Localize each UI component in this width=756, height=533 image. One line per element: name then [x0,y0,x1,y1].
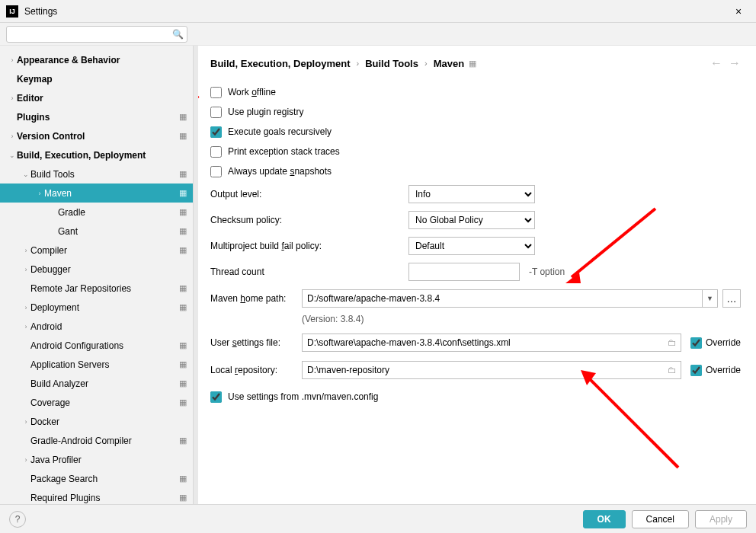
tree-item-remote-jar-repositories[interactable]: Remote Jar Repositories▦ [0,279,193,298]
maven-home-dropdown[interactable]: ▼ [703,289,718,308]
user-settings-input[interactable] [302,334,681,352]
use-mvn-config-label[interactable]: Use settings from .mvn/maven.config [228,391,378,402]
checksum-select[interactable]: No Global Policy [408,211,535,229]
tree-item-label: Gradle-Android Compiler [30,436,179,446]
tree-item-gradle[interactable]: Gradle▦ [0,203,193,222]
scope-icon: ▦ [179,169,187,179]
tree-item-gant[interactable]: Gant▦ [0,222,193,241]
chevron-right-icon: › [356,59,359,68]
scope-icon: ▦ [179,359,187,369]
titlebar: IJ Settings × [0,0,756,23]
user-settings-label[interactable]: User settings file: [210,337,302,348]
tree-item-build-execution-deployment[interactable]: ⌄Build, Execution, Deployment [0,145,193,164]
nav-forward-icon[interactable]: → [729,56,741,70]
tree-item-keymap[interactable]: Keymap [0,69,193,88]
window-title: Settings [24,6,727,17]
help-button[interactable]: ? [9,511,26,528]
maven-home-input[interactable] [302,289,703,308]
tree-item-label: Deployment [30,302,179,313]
override-label[interactable]: Override [706,365,741,375]
tree-item-label: Build Tools [30,169,179,180]
update-snapshots-label[interactable]: Always update snapshots [228,166,332,177]
output-level-select[interactable]: Info [408,185,535,203]
expand-icon[interactable]: ⌄ [8,152,17,159]
tree-item-version-control[interactable]: ›Version Control▦ [0,126,193,145]
scope-icon: ▦ [179,397,187,407]
breadcrumb-b[interactable]: Build Tools [365,58,418,69]
tree-item-label: Android [30,321,187,332]
tree-item-label: Remote Jar Repositories [30,283,179,294]
breadcrumb-c[interactable]: Maven [434,58,464,69]
scope-icon: ▦ [179,112,187,122]
execute-recursive-label[interactable]: Execute goals recursively [228,126,332,137]
tree-item-label: Build, Execution, Deployment [17,150,187,161]
maven-version-note: (Version: 3.8.4) [210,314,741,324]
expand-icon[interactable]: › [21,456,30,464]
user-settings-override-checkbox[interactable] [690,337,702,349]
expand-icon[interactable]: › [21,304,30,311]
maven-home-browse-button[interactable]: … [722,289,741,308]
fail-policy-select[interactable]: Default [408,237,535,255]
tree-item-build-tools[interactable]: ⌄Build Tools▦ [0,164,193,184]
fail-policy-label[interactable]: Multiproject build fail policy: [210,241,408,251]
tree-item-compiler[interactable]: ›Compiler▦ [0,241,193,260]
tree-item-application-servers[interactable]: Application Servers▦ [0,355,193,374]
tree-item-maven[interactable]: ›Maven▦ [0,184,193,203]
work-offline-label[interactable]: Work offline [228,87,276,97]
tree-item-java-profiler[interactable]: ›Java Profiler [0,450,193,469]
expand-icon[interactable]: ⌄ [21,171,30,178]
tree-item-required-plugins[interactable]: Required Plugins▦ [0,488,193,504]
plugin-registry-label[interactable]: Use plugin registry [228,107,303,117]
print-traces-label[interactable]: Print exception stack traces [228,146,340,157]
tree-item-android-configurations[interactable]: Android Configurations▦ [0,336,193,355]
tree-item-deployment[interactable]: ›Deployment▦ [0,298,193,317]
tree-item-label: Android Configurations [30,340,179,351]
expand-icon[interactable]: › [21,247,30,254]
ok-button[interactable]: OK [583,510,626,528]
thread-count-input[interactable] [408,263,520,281]
close-icon[interactable]: × [727,5,750,18]
tree-item-appearance-behavior[interactable]: ›Appearance & Behavior [0,50,193,69]
expand-icon[interactable]: › [21,266,30,273]
local-repo-override-checkbox[interactable] [690,365,702,376]
cancel-button[interactable]: Cancel [632,510,689,528]
nav-back-icon[interactable]: ← [710,56,722,70]
local-repo-label[interactable]: Local repository: [210,365,302,375]
tree-item-label: Editor [17,93,187,104]
tree-item-package-search[interactable]: Package Search▦ [0,469,193,488]
expand-icon[interactable]: › [21,323,30,330]
tree-item-build-analyzer[interactable]: Build Analyzer▦ [0,374,193,393]
tree-item-label: Compiler [30,245,179,256]
execute-recursive-checkbox[interactable] [210,126,222,138]
folder-icon[interactable]: 🗀 [668,337,677,348]
tree-item-label: Package Search [30,474,179,484]
expand-icon[interactable]: › [8,56,17,64]
expand-icon[interactable]: › [35,190,44,197]
expand-icon[interactable]: › [8,132,17,140]
expand-icon[interactable]: › [21,418,30,426]
plugin-registry-checkbox[interactable] [210,107,222,118]
settings-tree[interactable]: ›Appearance & BehaviorKeymap›EditorPlugi… [0,46,194,504]
tree-item-gradle-android-compiler[interactable]: Gradle-Android Compiler▦ [0,431,193,450]
expand-icon[interactable]: › [8,94,17,102]
work-offline-checkbox[interactable] [210,87,222,98]
apply-button[interactable]: Apply [695,510,747,528]
tree-item-debugger[interactable]: ›Debugger [0,260,193,279]
local-repo-input[interactable] [302,361,681,379]
tree-item-label: Gradle [58,207,179,218]
maven-home-label[interactable]: Maven home path: [210,293,302,304]
breadcrumb-a[interactable]: Build, Execution, Deployment [210,58,350,69]
tree-item-editor[interactable]: ›Editor [0,88,193,107]
print-traces-checkbox[interactable] [210,146,222,158]
override-label[interactable]: Override [706,337,741,348]
tree-item-plugins[interactable]: Plugins▦ [0,107,193,126]
folder-icon[interactable]: 🗀 [668,365,677,375]
search-input[interactable] [6,26,187,43]
tree-item-label: Debugger [30,264,187,275]
tree-item-android[interactable]: ›Android [0,317,193,336]
tree-item-coverage[interactable]: Coverage▦ [0,393,193,412]
tree-item-docker[interactable]: ›Docker [0,412,193,431]
update-snapshots-checkbox[interactable] [210,166,222,177]
scope-icon: ▦ [179,207,187,217]
use-mvn-config-checkbox[interactable] [210,391,222,403]
